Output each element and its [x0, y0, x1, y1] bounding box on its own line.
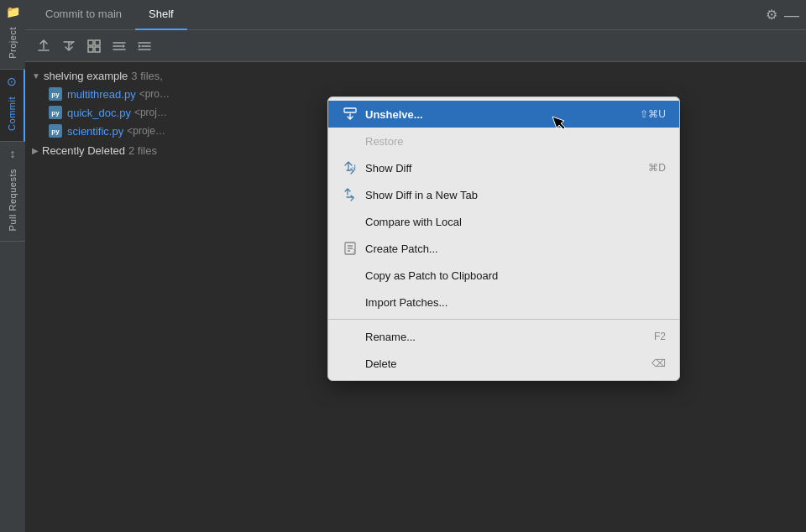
python-file-icon-2: py	[49, 106, 62, 119]
compare-local-label: Compare with Local	[365, 216, 666, 228]
project-icon: 📁	[6, 5, 20, 18]
upload-button[interactable]	[34, 36, 54, 56]
deleted-group-name: Recently Deleted	[42, 144, 125, 157]
menu-item-show-diff[interactable]: Show Diff ⌘D	[328, 154, 679, 181]
svg-rect-0	[88, 40, 93, 45]
grid-button[interactable]	[84, 36, 104, 56]
sidebar-label-project: Project	[8, 22, 18, 64]
unshelve-menu-icon	[342, 106, 359, 123]
svg-marker-11	[139, 44, 141, 48]
diff-menu-icon	[342, 159, 359, 176]
import-patches-icon	[342, 294, 359, 310]
sidebar-item-pull-requests[interactable]: ↕ Pull Requests	[0, 142, 25, 242]
delete-label: Delete	[365, 357, 638, 370]
svg-rect-1	[95, 40, 100, 45]
delete-shortcut: ⌫	[652, 357, 666, 369]
file-path-scientific: <proje…	[127, 125, 165, 137]
svg-rect-2	[88, 47, 93, 52]
sidebar-item-project[interactable]: 📁 Project	[0, 0, 25, 70]
svg-rect-3	[95, 47, 100, 52]
menu-item-import-patches[interactable]: Import Patches...	[328, 289, 679, 316]
restore-label: Restore	[365, 135, 666, 148]
sidebar-label-pull-requests: Pull Requests	[8, 164, 18, 236]
chevron-down-icon: ▼	[32, 71, 40, 81]
menu-item-show-diff-new-tab[interactable]: Show Diff in a New Tab	[328, 181, 679, 208]
indent-button[interactable]	[134, 36, 154, 56]
compare-local-icon	[342, 213, 359, 230]
file-name-scientific: scientific.py	[67, 125, 123, 138]
tab-shelf[interactable]: Shelf	[135, 0, 187, 30]
file-path-quick-doc: <proj…	[134, 107, 167, 118]
menu-item-delete[interactable]: Delete ⌫	[328, 350, 679, 377]
left-sidebar: 📁 Project ⊙ Commit ↕ Pull Requests	[0, 0, 25, 532]
unshelve-shortcut: ⇧⌘U	[640, 108, 666, 120]
gear-icon[interactable]: ⚙	[766, 7, 777, 23]
context-menu: Unshelve... ⇧⌘U Restore Show Diff ⌘D	[327, 96, 680, 381]
delete-icon	[342, 355, 359, 372]
group-name: shelving example	[44, 70, 128, 82]
menu-item-restore[interactable]: Restore	[328, 128, 679, 154]
sidebar-item-commit[interactable]: ⊙ Commit	[0, 70, 25, 142]
rename-icon	[342, 328, 359, 345]
menu-item-rename[interactable]: Rename... F2	[328, 323, 679, 350]
patch-icon	[342, 240, 359, 257]
unshelve-button[interactable]	[59, 36, 79, 56]
minimize-icon[interactable]: —	[784, 8, 799, 23]
show-diff-new-tab-label: Show Diff in a New Tab	[365, 189, 666, 201]
file-name-quick-doc: quick_doc.py	[67, 107, 131, 119]
file-path-multithread: <pro…	[139, 88, 170, 100]
svg-rect-12	[344, 108, 356, 112]
show-diff-shortcut: ⌘D	[648, 162, 666, 174]
shelving-group-header[interactable]: ▼ shelving example 3 files,	[25, 67, 806, 85]
python-file-icon: py	[49, 87, 62, 101]
menu-separator	[328, 319, 679, 320]
deleted-group-meta: 2 files	[128, 144, 157, 157]
tab-bar: Commit to main Shelf ⚙ —	[25, 0, 806, 30]
python-file-icon-3: py	[49, 124, 62, 138]
rename-label: Rename...	[365, 331, 641, 343]
rename-shortcut: F2	[654, 331, 666, 342]
restore-menu-icon	[342, 133, 359, 149]
copy-patch-icon	[342, 267, 359, 284]
group-meta: 3 files,	[131, 70, 163, 82]
copy-patch-label: Copy as Patch to Clipboard	[365, 269, 666, 282]
menu-item-compare-local[interactable]: Compare with Local	[328, 208, 679, 235]
menu-item-unshelve[interactable]: Unshelve... ⇧⌘U	[328, 101, 679, 128]
sidebar-label-commit: Commit	[7, 91, 17, 136]
menu-item-copy-patch[interactable]: Copy as Patch to Clipboard	[328, 262, 679, 289]
unshelve-label: Unshelve...	[365, 108, 626, 121]
create-patch-label: Create Patch...	[365, 243, 666, 255]
show-diff-label: Show Diff	[365, 162, 635, 175]
import-patches-label: Import Patches...	[365, 296, 666, 309]
tab-commit[interactable]: Commit to main	[32, 0, 135, 30]
commit-icon: ⊙	[7, 75, 17, 88]
diff-new-tab-icon	[342, 186, 359, 203]
chevron-right-icon: ▶	[32, 146, 39, 155]
svg-marker-7	[123, 44, 125, 48]
pull-requests-icon: ↕	[10, 147, 16, 160]
menu-item-create-patch[interactable]: Create Patch...	[328, 235, 679, 262]
toolbar	[25, 30, 806, 62]
align-button[interactable]	[109, 36, 129, 56]
file-name-multithread: multithread.py	[67, 88, 136, 101]
